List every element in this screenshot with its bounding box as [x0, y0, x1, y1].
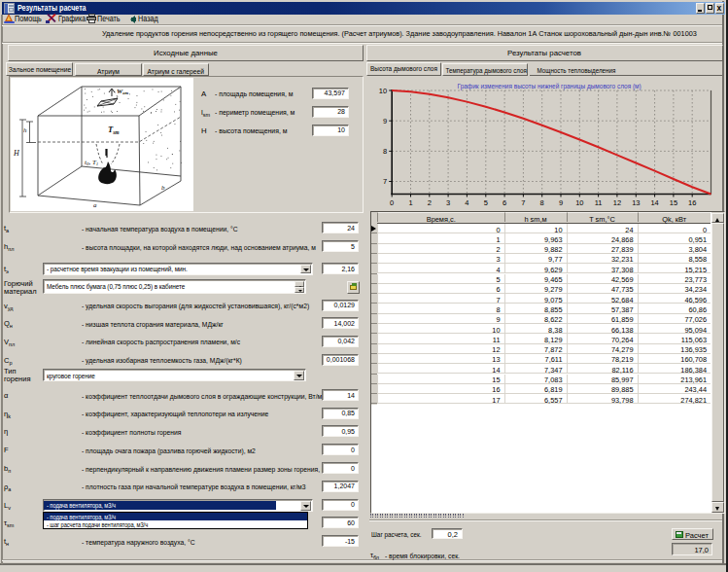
- svg-text:5: 5: [484, 198, 488, 207]
- svg-text:9: 9: [383, 117, 387, 125]
- svg-text:0: 0: [390, 198, 394, 207]
- svg-text:Tsm: Tsm: [108, 125, 120, 135]
- svg-text:8: 8: [383, 147, 387, 156]
- svg-text:14: 14: [650, 198, 658, 207]
- svg-text:t0, T1: t0, T1: [85, 159, 98, 166]
- svg-text:10: 10: [379, 87, 387, 95]
- svg-text:12: 12: [613, 198, 621, 207]
- svg-text:6: 6: [503, 198, 506, 207]
- svg-text:3: 3: [446, 198, 450, 207]
- svg-text:1: 1: [408, 198, 412, 207]
- svg-text:H: H: [13, 149, 20, 158]
- svg-text:7: 7: [521, 198, 525, 207]
- svg-text:8: 8: [540, 198, 544, 207]
- svg-text:7: 7: [383, 177, 387, 186]
- svg-text:15: 15: [670, 198, 677, 207]
- svg-text:9: 9: [559, 198, 563, 207]
- svg-text:10: 10: [575, 198, 583, 207]
- svg-text:11: 11: [595, 198, 603, 207]
- svg-text:b: b: [161, 184, 165, 192]
- svg-text:13: 13: [632, 198, 640, 207]
- svg-text:2: 2: [428, 198, 432, 207]
- svg-text:4: 4: [465, 198, 468, 207]
- svg-text:Wsm: Wsm: [117, 88, 128, 95]
- svg-text:16: 16: [688, 198, 696, 207]
- svg-text:h: h: [23, 126, 27, 134]
- svg-text:a: a: [93, 201, 97, 209]
